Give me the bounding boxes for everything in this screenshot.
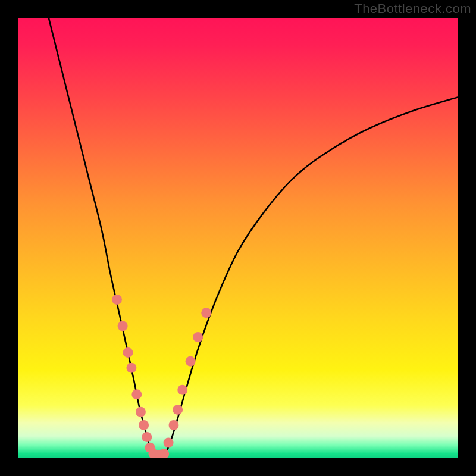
chart-overlay [18, 18, 458, 458]
marker-dot [131, 389, 142, 399]
watermark-text: TheBottleneck.com [354, 1, 471, 17]
marker-dot [193, 332, 203, 342]
marker-group [112, 295, 211, 458]
curve-curve-left [49, 18, 153, 455]
marker-dot [112, 295, 122, 305]
chart-frame: TheBottleneck.com [0, 0, 476, 476]
marker-dot [142, 432, 152, 442]
marker-dot [177, 385, 187, 395]
marker-dot [186, 356, 196, 367]
plot-area [18, 18, 458, 458]
marker-dot [123, 347, 133, 358]
curve-curve-right [165, 97, 458, 455]
curve-group [49, 18, 458, 456]
marker-dot [201, 308, 211, 318]
marker-dot [173, 405, 183, 415]
marker-dot [139, 420, 149, 430]
marker-dot [126, 363, 136, 373]
marker-dot [118, 321, 128, 331]
marker-dot [136, 407, 146, 417]
marker-dot [164, 438, 174, 448]
marker-dot [168, 420, 178, 430]
